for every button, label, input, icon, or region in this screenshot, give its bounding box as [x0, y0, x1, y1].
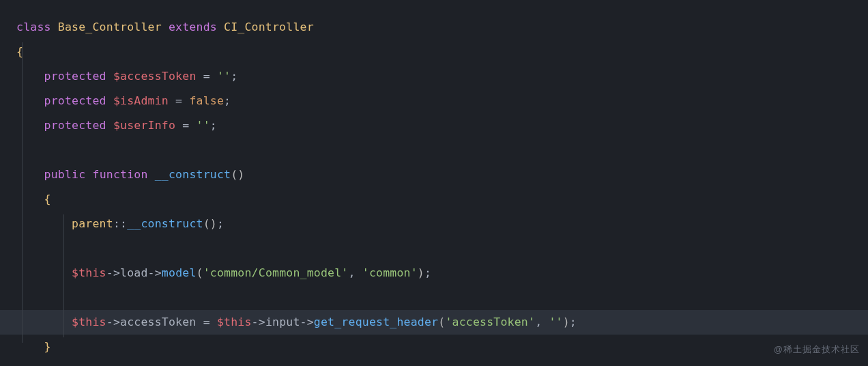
bool-false: false	[189, 94, 224, 107]
var-this-1: $this	[72, 266, 106, 279]
op-eq-4: =	[197, 315, 217, 328]
paren-open-1: (	[197, 266, 203, 279]
kw-function: function	[93, 168, 148, 181]
semi-3: ;	[210, 119, 217, 132]
ctor-brace-close: }	[44, 340, 51, 353]
arrow-2: ->	[148, 266, 162, 279]
str-model-alias: 'common'	[362, 266, 418, 279]
var-this-2: $this	[72, 315, 106, 328]
fn-parent-construct: __construct	[127, 217, 203, 230]
kw-protected-2: protected	[44, 94, 106, 107]
kw-class: class	[16, 20, 51, 33]
code-editor[interactable]: class Base_Controller extends CI_Control…	[0, 0, 868, 359]
str-empty-2: ''	[197, 119, 210, 132]
semi-4: ;	[217, 217, 224, 230]
var-this-3: $this	[217, 315, 252, 328]
paren-close-2: )	[563, 315, 570, 328]
prop-input: input	[265, 315, 300, 328]
kw-public: public	[44, 168, 86, 181]
op-eq-1: =	[197, 70, 217, 83]
kw-extends: extends	[169, 20, 217, 33]
fn-model: model	[162, 266, 197, 279]
str-header-default: ''	[549, 315, 562, 328]
paren-close-1: )	[418, 266, 424, 279]
kw-protected-3: protected	[44, 119, 106, 132]
class-name: Base_Controller	[58, 20, 162, 33]
semi-1: ;	[231, 70, 237, 83]
fn-construct: __construct	[155, 168, 231, 181]
comma-1: ,	[348, 266, 362, 279]
kw-protected-1: protected	[44, 70, 106, 83]
semi-2: ;	[224, 94, 231, 107]
parent-class: CI_Controller	[224, 20, 314, 33]
brace-open: {	[16, 45, 23, 58]
str-empty-1: ''	[217, 70, 231, 83]
arrow-3: ->	[106, 315, 120, 328]
var-userinfo: $userInfo	[113, 119, 175, 132]
prop-load: load	[120, 266, 148, 279]
var-isadmin: $isAdmin	[113, 94, 169, 107]
watermark: @稀土掘金技术社区	[774, 337, 860, 362]
ctor-brace-open: {	[44, 193, 51, 206]
parent-parens: ()	[203, 217, 217, 230]
op-eq-3: =	[175, 119, 196, 132]
semi-5: ;	[424, 266, 431, 279]
op-eq-2: =	[169, 94, 189, 107]
arrow-1: ->	[106, 266, 120, 279]
prop-accesstoken: accessToken	[120, 315, 196, 328]
op-dcolon: ::	[113, 217, 127, 230]
comma-2: ,	[535, 315, 549, 328]
ctor-parens: ()	[231, 168, 244, 181]
paren-open-2: (	[438, 315, 445, 328]
fn-get-request-header: get_request_header	[314, 315, 438, 328]
str-model-path: 'common/Common_model'	[203, 266, 349, 279]
kw-parent: parent	[72, 217, 113, 230]
arrow-5: ->	[300, 315, 314, 328]
arrow-4: ->	[252, 315, 265, 328]
str-header-key: 'accessToken'	[445, 315, 535, 328]
var-accesstoken: $accessToken	[113, 70, 197, 83]
semi-6: ;	[570, 315, 577, 328]
